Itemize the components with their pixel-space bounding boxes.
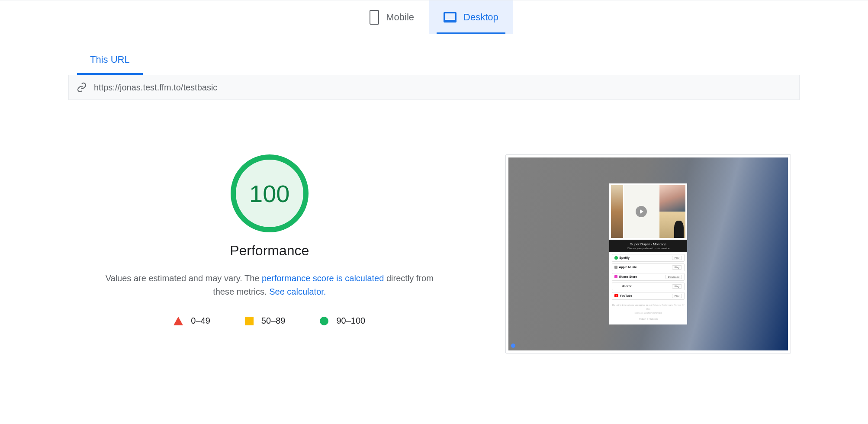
right-vertical-rule — [821, 34, 821, 362]
device-tabs: Mobile Desktop — [0, 0, 868, 34]
performance-title: Performance — [230, 243, 309, 259]
performance-panel: 100 Performance Values are estimated and… — [68, 116, 471, 362]
mobile-icon — [370, 10, 379, 25]
service-row-deezer: ⋮⋮deezerPlay — [612, 283, 685, 290]
score-gauge: 100 — [231, 154, 309, 232]
art-panel-3 — [659, 185, 685, 238]
art-panel-1 — [611, 185, 623, 238]
play-button: Play — [672, 284, 682, 289]
link-icon — [77, 82, 87, 93]
service-row-spotify: SpotifyPlay — [612, 254, 685, 262]
preview-widget: Super Duper - Montage Choose your prefer… — [609, 183, 687, 324]
deezer-icon: ⋮⋮ — [614, 285, 620, 288]
widget-footer: By using this service you agree to our P… — [609, 302, 687, 324]
art-panel-2 — [624, 185, 659, 238]
service-row-youtube: YouTubePlay — [612, 292, 685, 300]
album-art-row — [609, 183, 687, 240]
widget-header: Super Duper - Montage Choose your prefer… — [609, 240, 687, 252]
download-button: Download — [665, 275, 682, 279]
url-tab[interactable]: This URL — [77, 54, 143, 75]
service-list: SpotifyPlay Apple MusicPlay iTunes Store… — [609, 252, 687, 302]
play-button: Play — [672, 265, 682, 270]
screenshot-preview: Super Duper - Montage Choose your prefer… — [505, 154, 791, 353]
corner-indicator-icon — [511, 344, 515, 348]
play-button: Play — [672, 294, 682, 298]
see-calculator-link[interactable]: See calculator. — [269, 287, 326, 296]
widget-title: Super Duper - Montage — [611, 242, 685, 246]
score-calc-link[interactable]: performance score is calculated — [262, 273, 384, 283]
performance-description: Values are estimated and may vary. The p… — [105, 272, 434, 299]
play-icon — [636, 206, 647, 217]
apple-music-icon — [614, 266, 617, 269]
left-vertical-rule — [47, 34, 47, 362]
desktop-icon — [444, 12, 457, 22]
circle-green-icon — [320, 317, 328, 325]
spotify-icon — [614, 256, 618, 260]
square-orange-icon — [245, 317, 254, 325]
tab-label: Desktop — [463, 12, 498, 23]
service-row-apple: Apple MusicPlay — [612, 263, 685, 271]
url-bar: https://jonas.test.ffm.to/testbasic — [68, 75, 800, 100]
play-button: Play — [672, 256, 682, 260]
youtube-icon — [614, 294, 618, 297]
preview-panel: Super Duper - Montage Choose your prefer… — [471, 116, 800, 362]
url-section: This URL https://jonas.test.ffm.to/testb… — [68, 54, 800, 100]
legend-green: 90–100 — [320, 316, 365, 326]
widget-subtitle: Choose your preferred music service — [611, 247, 685, 250]
legend-red: 0–49 — [174, 316, 210, 326]
service-row-itunes: iTunes StoreDownload — [612, 273, 685, 281]
tab-label: Mobile — [386, 12, 414, 23]
triangle-red-icon — [174, 317, 183, 325]
tab-mobile[interactable]: Mobile — [355, 0, 429, 34]
score-value: 100 — [249, 180, 289, 208]
legend-orange: 50–89 — [245, 316, 286, 326]
tab-desktop[interactable]: Desktop — [429, 0, 513, 34]
url-text: https://jonas.test.ffm.to/testbasic — [94, 83, 217, 93]
legend: 0–49 50–89 90–100 — [174, 316, 365, 326]
itunes-icon — [614, 275, 617, 278]
